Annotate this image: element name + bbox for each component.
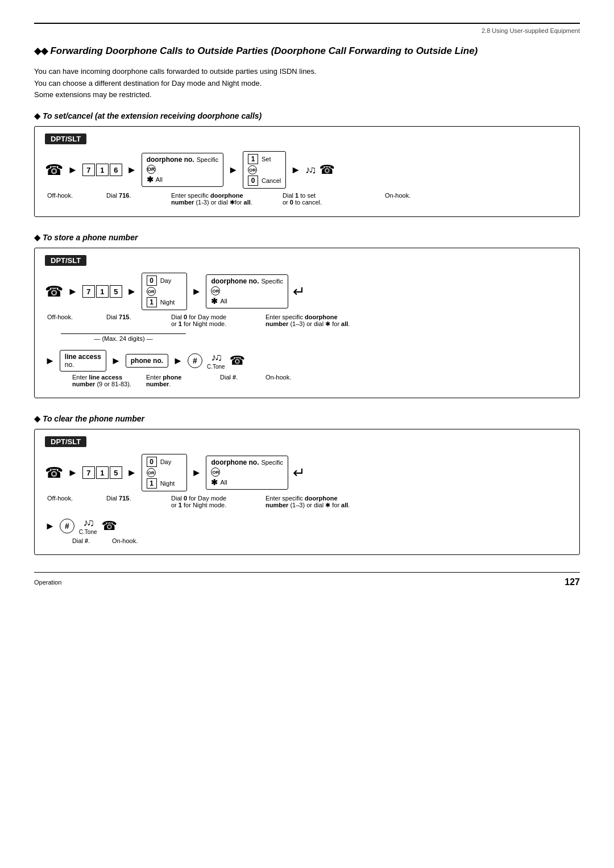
line-access-box: line accessno. [60,350,106,372]
store-arrow-6: ► [173,355,183,367]
labels-row-1: Off-hook. Dial 716. Enter specific doorp… [45,192,569,206]
dpt-box-set-cancel: DPT/SLT ☎ ► 7 1 6 ► doorphone no. Specif… [34,126,580,217]
title-text: Forwarding Doorphone Calls to Outside Pa… [50,45,478,56]
c-digit-1: 1 [96,466,109,479]
store-arrow-2: ► [127,286,137,298]
clear-arrow-1: ► [68,467,78,479]
c-digit-5: 5 [110,466,122,479]
clear-labels-row-1: Off-hook. Dial 715. Dial 0 for Day modeo… [45,495,569,509]
clear-flow-row-2: ► # ♪♫ C.Tone ☎ [45,517,569,535]
store-label-line-access: Enter line accessnumber (9 or 81-83). [72,374,135,387]
store-arrow-1: ► [68,286,78,298]
store-labels-row-2: Enter line accessnumber (9 or 81-83). En… [45,374,569,387]
store-arrow-3: ► [192,286,202,298]
clear-label-hash: Dial #. [72,537,112,544]
star-symbol-1: ✱ [147,175,154,184]
store-label-doorphone: Enter specific doorphonenumber (1–3) or … [265,314,356,328]
dpt-label-1: DPT/SLT [45,133,86,144]
label-dial-1-set: Dial 1 to setor 0 to cancel. [283,192,351,206]
store-arrow-4: ► [45,355,55,367]
dial-715-a: 7 1 5 [82,285,122,298]
dpt-label-3: DPT/SLT [45,436,86,447]
section-set-cancel-title: ◆ To set/cancel (at the extension receiv… [34,111,580,120]
clear-labels-row-2: Dial #. On-hook. [45,537,569,544]
arrow-2: ► [127,164,137,176]
section-diamond: ◆ [34,111,43,120]
clear-doorphone-box: doorphone no. Specific OR ✱ All [206,456,288,490]
clear-doorphone-no-label: doorphone no. [211,458,259,466]
day-night-box: 0 Day OR 1 Night [142,273,187,310]
ctone-waves-1: ♪♫ [305,164,315,176]
store-flow-row-1: ☎ ► 7 1 5 ► 0 Day OR 1 Night [45,273,569,310]
ctone-icon-1: ♪♫ [305,164,315,176]
clear-arrow-3: ► [192,467,202,479]
specific-label-2: Specific [261,278,283,285]
section-set-cancel-label: To set/cancel (at the extension receivin… [43,111,262,120]
section-store-title: ◆ To store a phone number [34,233,580,242]
digit-1-night: 1 [147,297,157,307]
arrow-3: ► [228,164,238,176]
page-number: 127 [565,577,580,587]
arrow-4: ► [291,164,301,176]
night-label: Night [160,299,175,306]
dial-716: 7 1 6 [82,164,122,176]
store-arrow-5: ► [111,355,121,367]
clear-label-onhook: On-hook. [112,537,146,544]
digit-7: 7 [82,164,95,176]
specific-label: Specific [197,156,219,163]
all-label-1: All [156,176,163,183]
digit-6: 6 [110,164,122,176]
clear-label-dial715: Dial 715. [106,495,151,502]
phone-no-box: phone no. [126,354,168,368]
set-label: Set [262,156,271,162]
or-circle-4: OR [211,286,220,295]
store-label-onhook-2: On-hook. [265,374,300,381]
clear-star-symbol: ✱ [211,478,218,487]
dpt-box-clear: DPT/SLT ☎ ► 7 1 5 ► 0 Day OR 1 [34,429,580,555]
doorphone-no-label-2: doorphone no. [211,277,259,285]
phone-offhook-icon: ☎ [45,161,63,179]
store-label-offhook: Off-hook. [47,314,86,320]
s-digit-5: 5 [110,285,122,298]
arrow-1: ► [68,164,78,176]
section-diamond-2: ◆ [34,233,43,242]
ctone-icon-2: ♪♫ C.Tone [207,352,225,370]
diamond-icon: ◆◆ [34,46,50,56]
store-label-dial715: Dial 715. [106,314,151,320]
or-circle-1: OR [147,165,156,174]
c-digit-0-day: 0 [147,457,157,467]
s-digit-7: 7 [82,285,95,298]
intro-text: You can have incoming doorphone calls fo… [34,66,580,101]
clear-arrow-4: ► [45,520,55,532]
clear-label-day-night: Dial 0 for Day modeor 1 for Night mode. [171,495,245,508]
store-label-day-night: Dial 0 for Day modeor 1 for Night mode. [171,314,245,327]
label-doorphone-1: Enter specific doorphonenumber (1-3) or … [171,192,262,206]
hash-box-2: # [60,519,74,533]
clear-day-night-box: 0 Day OR 1 Night [142,454,187,491]
page: 2.8 Using User-supplied Equipment ◆◆ For… [0,0,614,868]
or-circle-2: OR [248,165,257,174]
ctone-waves-3: ♪♫ [83,517,93,529]
all-label-2: All [220,298,227,304]
c-digit-7: 7 [82,466,95,479]
ctone-label-2: C.Tone [207,364,225,370]
section-diamond-3: ◆ [34,414,43,423]
ctone-icon-3: ♪♫ C.Tone [79,517,97,535]
doorphone-no-label: doorphone no. [147,156,194,164]
section-clear-title: ◆ To clear the phone number [34,414,580,423]
clear-all-label: All [220,479,227,486]
curve-arrow-1: ↵ [293,283,305,301]
onhook-icon-1: ☎ [320,162,335,177]
or-circle-3: OR [147,287,156,296]
max-digits-label: — (Max. 24 digits) — [61,333,186,342]
day-label: Day [160,277,172,284]
flow-row-1: ☎ ► 7 1 6 ► doorphone no. Specific OR ✱ [45,151,569,189]
or-circle-6: OR [211,468,220,477]
onhook-icon-2: ☎ [230,353,245,368]
digit-0-day: 0 [147,276,157,286]
clear-specific-label: Specific [261,459,283,466]
set-cancel-box: 1 Set OR 0 Cancel [243,151,286,189]
dpt-label-2: DPT/SLT [45,255,86,266]
hash-box-1: # [188,353,202,368]
label-onhook-1: On-hook. [385,192,419,199]
